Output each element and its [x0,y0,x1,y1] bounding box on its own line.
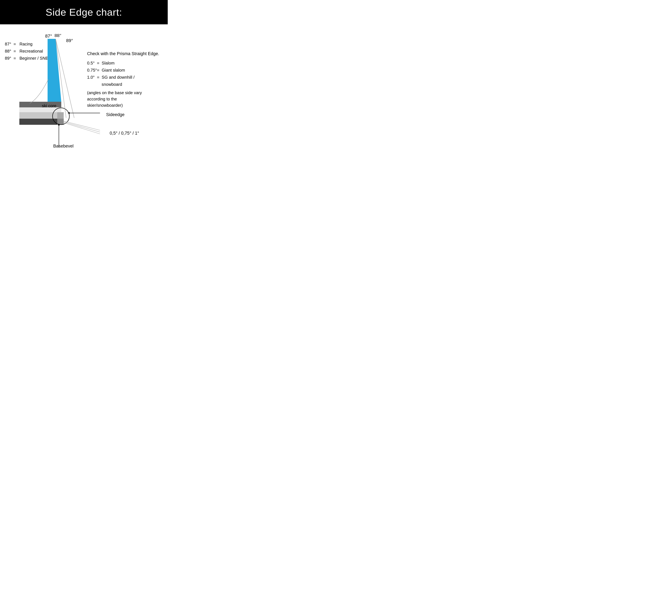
callout-line-core [30,79,48,103]
legend-angle-88: 88° [5,49,11,54]
ski-layer-bottom [19,112,61,119]
page-title: Side Edge chart: [3,6,164,18]
basebevel-label: Basebevel [53,144,74,149]
edge-step [57,112,64,119]
paren-info: (angles on the base side vary according … [87,90,145,108]
ski-edge-blue [48,39,61,102]
angle-lines: 0.5° = Slalom 0.75°= Giant slalom 1.0° =… [87,59,159,88]
ski-core-label: ski core [42,103,56,108]
edge-base-step [57,119,64,125]
angle-bottom-label: 0,5° / 0,75° / 1° [110,131,139,136]
right-info-block: Check with the Prisma Straight Edge. 0.5… [87,50,159,108]
angle-slalom: 0.5° = Slalom [87,59,159,67]
basebevel-angle-line-3 [64,123,100,140]
angle-88-label: 88° [54,34,61,38]
check-line: Check with the Prisma Straight Edge. [87,50,159,58]
content-area: 87° = Racing 88° = Recreational 89° = Be… [0,24,168,150]
legend-angle-89: 89° [5,56,11,61]
angle-87-label: 87° [45,34,52,39]
legend-angle-87: 87° [5,42,11,46]
angle-snowboard: snowboard [87,81,159,88]
angle-sg: 1.0° = SG and downhill / [87,74,159,81]
ski-base-dark [19,119,61,125]
sideedge-label: Sideedge [106,112,124,117]
angle-gs: 0.75°= Giant slalom [87,67,159,74]
angle-89-label: 89° [66,38,73,43]
page-header: Side Edge chart: [0,0,168,24]
